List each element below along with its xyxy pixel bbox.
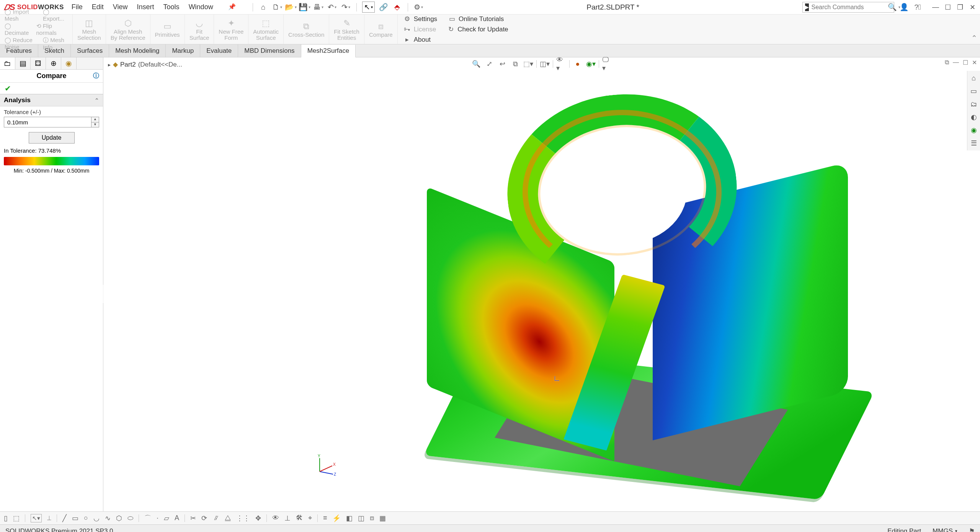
bt-fillet-icon[interactable]: ⌒ (144, 514, 151, 523)
undo-icon[interactable]: ↶ (327, 2, 337, 12)
scene-icon[interactable]: ◉▾ (586, 59, 596, 69)
doc-min-icon[interactable]: — (953, 59, 959, 66)
display-style-icon[interactable]: ◫▾ (540, 59, 550, 69)
bt-convert-icon[interactable]: ⟳ (201, 514, 207, 522)
bt-line-icon[interactable]: ╱ (62, 514, 67, 522)
doc-close-icon[interactable]: ✕ (972, 59, 977, 66)
bt-model-icon[interactable]: ▯ (4, 514, 8, 522)
link-check-update[interactable]: ↻Check for Update (448, 25, 508, 33)
rail-library-icon[interactable]: 🗂 (967, 98, 980, 110)
status-units[interactable]: MMGS▾ (933, 527, 957, 532)
tab-evaluate[interactable]: Evaluate (200, 44, 238, 57)
bt-display-icon[interactable]: 👁 (272, 514, 279, 522)
link-license[interactable]: 🗝License (404, 25, 436, 33)
rail-appearance-icon[interactable]: ◉ (967, 124, 980, 136)
section-view-icon[interactable]: ⧉ (510, 59, 520, 69)
bt-circle-icon[interactable]: ○ (84, 514, 88, 522)
options-icon[interactable]: ⚙ (413, 2, 423, 12)
help-icon[interactable]: ?⃝ (914, 3, 921, 11)
rg-compare[interactable]: ⧈Compare (364, 15, 398, 44)
rg-primitives[interactable]: ▭Primitives (150, 15, 185, 44)
rail-props-icon[interactable]: ☰ (967, 137, 980, 149)
rg-align-mesh[interactable]: ⬡Align Mesh By Reference (106, 15, 150, 44)
section-analysis[interactable]: Analysis⌃ (0, 94, 103, 106)
prev-view-icon[interactable]: ↩ (497, 59, 507, 69)
render-icon[interactable]: 🖵▾ (602, 59, 612, 69)
print-icon[interactable]: 🖶 (314, 2, 323, 12)
search-icon[interactable]: 🔍 (888, 3, 897, 11)
bt-pattern-icon[interactable]: ⋮⋮ (236, 514, 250, 522)
new-icon[interactable]: 🗋 (272, 2, 282, 12)
link-settings[interactable]: ⚙Settings (404, 15, 437, 23)
tab-markup[interactable]: Markup (166, 44, 200, 57)
tolerance-spinner[interactable]: ▲▼ (91, 117, 99, 127)
bt-repair-icon[interactable]: 🛠 (296, 514, 303, 522)
bt-plane-icon[interactable]: ▱ (164, 514, 169, 522)
link-about[interactable]: ▸About (404, 36, 508, 44)
ptab-display-icon[interactable]: ◉ (61, 57, 77, 69)
redo-icon[interactable]: ↷ (341, 2, 351, 12)
bt-shaded-icon[interactable]: ◧ (346, 514, 353, 522)
ptab-config-icon[interactable]: ⚃ (31, 57, 46, 69)
bt-move-icon[interactable]: ✥ (255, 514, 261, 522)
btn-decimate[interactable]: ◯ Decimate (5, 23, 32, 36)
rail-home-icon[interactable]: ⌂ (967, 72, 980, 84)
rebuild-icon[interactable]: ⬘ (392, 2, 402, 12)
bt-instant-icon[interactable]: ⚡ (332, 514, 341, 522)
search-commands[interactable]: ▶ 🔍 ▾ (802, 2, 894, 13)
link-icon[interactable]: 🔗 (379, 2, 389, 12)
ptab-dim-icon[interactable]: ⊕ (46, 57, 61, 69)
doc-float-icon[interactable]: ⧉ (945, 59, 949, 66)
save-icon[interactable]: 💾 (300, 2, 310, 12)
view-orient-icon[interactable]: ⬚▾ (523, 59, 533, 69)
tab-mesh-modeling[interactable]: Mesh Modeling (109, 44, 166, 57)
bt-text-icon[interactable]: A (175, 514, 179, 522)
bt-arc-icon[interactable]: ◡ (93, 514, 100, 522)
minimize-icon[interactable]: — (932, 3, 939, 11)
update-button[interactable]: Update (29, 132, 75, 144)
bt-quick-snap-icon[interactable]: ⌖ (308, 514, 312, 522)
menu-file[interactable]: File (72, 3, 83, 11)
3d-viewport[interactable]: ▸ ◆ Part2 (Default<<De... 🔍 ⤢ ↩ ⧉ ⬚▾ ◫▾ … (103, 57, 980, 511)
restore-icon[interactable]: ❐ (956, 3, 964, 11)
select-tool[interactable]: ↖▾ (362, 2, 375, 13)
breadcrumb[interactable]: ▸ ◆ Part2 (Default<<De... (108, 60, 182, 69)
rg-fit-sketch[interactable]: ✎Fit Sketch Entities (329, 15, 364, 44)
bt-smartdim-icon[interactable]: ⟂ (47, 514, 51, 522)
btn-reduce-noise[interactable]: ◯ Reduce Noise (5, 37, 38, 51)
maximize-icon[interactable]: ☐ (944, 3, 952, 11)
bt-more2-icon[interactable]: ⧈ (370, 514, 374, 522)
tab-mbd-dimensions[interactable]: MBD Dimensions (238, 44, 301, 57)
spin-down-icon[interactable]: ▼ (91, 122, 99, 127)
status-flag-icon[interactable]: ⚑ (969, 527, 975, 532)
menu-edit[interactable]: Edit (92, 3, 104, 11)
btn-mesh-info[interactable]: ⓘ Mesh Info (43, 37, 68, 51)
zoom-fit-icon[interactable]: 🔍 (471, 59, 481, 69)
bt-more1-icon[interactable]: ◫ (358, 514, 364, 522)
bt-slot-icon[interactable]: ⬭ (127, 514, 133, 522)
link-tutorials[interactable]: ▭Online Tutorials (449, 15, 504, 23)
bt-relations-icon[interactable]: ⊥ (284, 514, 291, 522)
bt-rapid-icon[interactable]: ≡ (323, 514, 327, 522)
btn-export[interactable]: ◯ Export... (43, 8, 68, 22)
bt-spline-icon[interactable]: ∿ (105, 514, 111, 522)
open-icon[interactable]: 📂 (286, 2, 296, 12)
menu-window[interactable]: Window (189, 3, 213, 11)
rg-mesh-selection[interactable]: ◫Mesh Selection (73, 15, 106, 44)
zoom-area-icon[interactable]: ⤢ (484, 59, 494, 69)
menu-view[interactable]: View (113, 3, 128, 11)
bt-mirror-icon[interactable]: ⧋ (225, 514, 231, 522)
tolerance-input[interactable] (4, 117, 91, 127)
appearance-icon[interactable]: ● (573, 59, 583, 69)
rg-auto-surface[interactable]: ⬚Automatic Surface (248, 15, 284, 44)
bt-select-tool[interactable]: ↖▾ (31, 514, 42, 522)
bt-polygon-icon[interactable]: ⬡ (116, 514, 122, 522)
bt-more3-icon[interactable]: ▦ (379, 514, 386, 522)
hide-show-icon[interactable]: 👁▾ (556, 59, 566, 69)
menu-insert[interactable]: Insert (137, 3, 154, 11)
home-icon[interactable]: ⌂ (258, 2, 268, 12)
panel-help-icon[interactable]: ⓘ (93, 72, 99, 80)
breadcrumb-expand-icon[interactable]: ▸ (108, 62, 111, 68)
ptab-feature-tree-icon[interactable]: 🗀 (0, 57, 15, 69)
rg-free-form[interactable]: ✦New Free Form (214, 15, 248, 44)
